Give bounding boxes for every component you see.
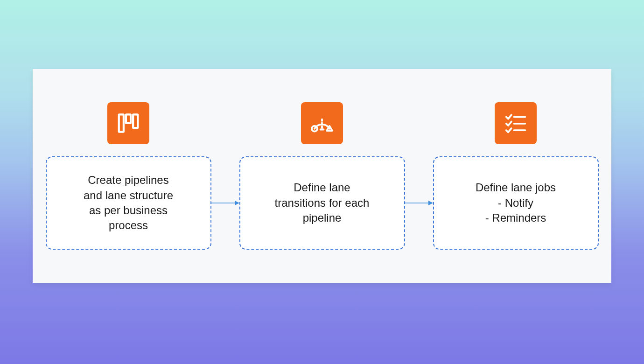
step-1: Create pipelines and lane structure as p… [46,102,211,250]
step-2: Define lane transitions for each pipelin… [239,102,405,250]
diagram-row: Create pipelines and lane structure as p… [44,102,600,250]
arrow-2 [405,200,433,206]
svg-rect-1 [126,114,131,123]
arrow-1 [211,200,239,206]
svg-marker-4 [235,201,239,205]
step-3-text: Define lane jobs - Notify - Reminders [476,180,556,225]
svg-marker-11 [428,201,433,205]
step-3: Define lane jobs - Notify - Reminders [433,102,599,250]
kanban-board-icon [107,102,149,144]
state-transition-icon [301,102,343,144]
step-1-card: Create pipelines and lane structure as p… [46,156,211,250]
step-3-card: Define lane jobs - Notify - Reminders [433,156,599,250]
step-1-text: Create pipelines and lane structure as p… [84,173,173,233]
arrow-right-icon [211,200,239,206]
svg-rect-2 [133,114,138,128]
svg-rect-0 [119,114,124,132]
arrow-right-icon [405,200,433,206]
checklist-icon [495,102,537,144]
step-2-card: Define lane transitions for each pipelin… [239,156,405,250]
step-2-text: Define lane transitions for each pipelin… [275,180,370,225]
diagram-panel: Create pipelines and lane structure as p… [33,69,611,283]
